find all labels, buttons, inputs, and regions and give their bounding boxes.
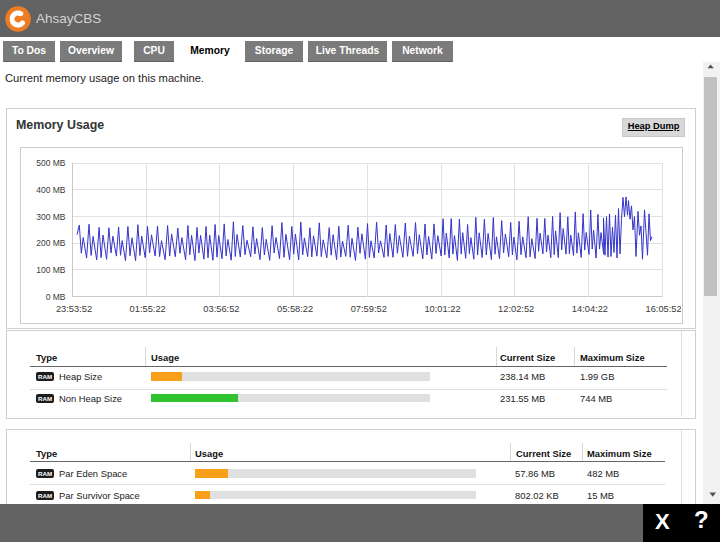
svg-text:500 MB: 500 MB [36,158,66,168]
svg-text:01:55:22: 01:55:22 [130,304,166,314]
svg-text:03:56:52: 03:56:52 [203,304,239,314]
svg-text:05:58:22: 05:58:22 [277,304,313,314]
svg-text:200 MB: 200 MB [36,238,66,248]
svg-text:23:53:52: 23:53:52 [56,304,92,314]
svg-text:14:04:22: 14:04:22 [572,304,608,314]
svg-text:07:59:52: 07:59:52 [351,304,387,314]
svg-text:300 MB: 300 MB [36,212,66,222]
svg-text:12:02:52: 12:02:52 [498,304,534,314]
svg-text:100 MB: 100 MB [36,265,66,275]
svg-text:16:05:52: 16:05:52 [645,304,681,314]
svg-text:400 MB: 400 MB [36,185,66,195]
svg-text:0 MB: 0 MB [46,292,66,302]
svg-text:10:01:22: 10:01:22 [424,304,460,314]
